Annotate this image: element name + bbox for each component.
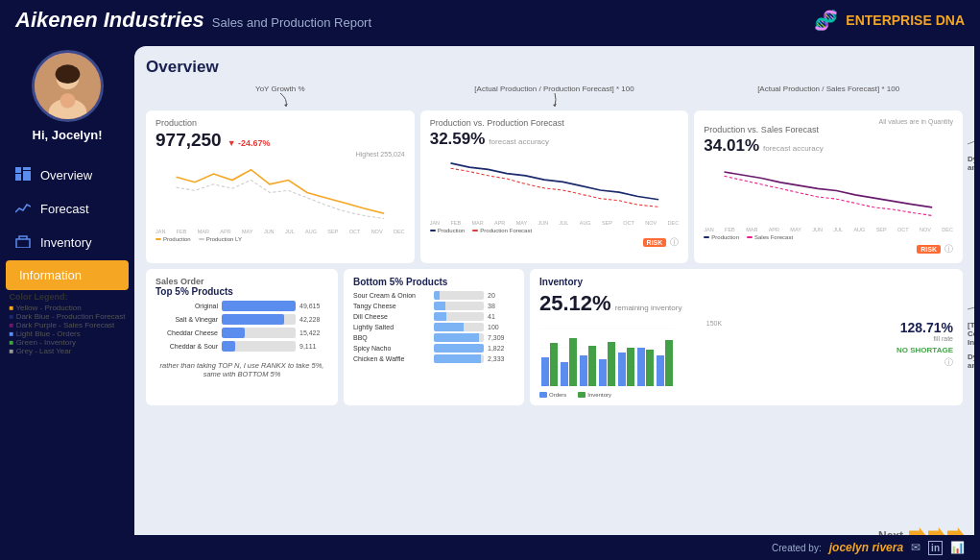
bar-original: Original 49,615 — [155, 301, 328, 311]
header: Aikenen Industries Sales and Production … — [0, 0, 980, 40]
svg-rect-8 — [23, 167, 31, 170]
svg-rect-19 — [561, 362, 568, 386]
legend-item-6: ■ Grey - Last Year — [10, 347, 126, 355]
kpi-sales-forecast-label: Production vs. Sales Forecast — [704, 125, 953, 134]
prod-forecast-legend: Production Production Forecast — [430, 228, 680, 233]
nav-menu: Overview Forecast Inventory Information — [0, 159, 134, 290]
svg-point-3 — [55, 64, 80, 84]
nav-item-forecast[interactable]: Forecast — [0, 193, 134, 225]
svg-rect-17 — [541, 357, 549, 386]
nav-item-information[interactable]: Information — [6, 260, 129, 290]
dynamic-text-annotation-1: Dynamic TEXTand Color — [968, 130, 974, 172]
kpi-production-highest: Highest 255,024 — [155, 151, 405, 158]
ann-yoy: YoY Growth % — [146, 85, 415, 109]
inventory-annotation: [Total Inventory - Consumed Units / Tota… — [968, 298, 974, 370]
kpi-prod-forecast-accuracy: forecast accuracy — [489, 137, 549, 146]
email-icon[interactable]: ✉ — [911, 541, 920, 554]
nav-label-information: Information — [19, 268, 82, 282]
inventory-icon — [13, 234, 33, 251]
nav-label-inventory: Inventory — [40, 235, 91, 250]
bottom5-card: Bottom 5% Products Sour Cream & Onion 20… — [344, 269, 524, 405]
chart-icon[interactable]: 📊 — [950, 541, 965, 554]
nav-label-forecast: Forecast — [40, 202, 89, 216]
legend-item-1: ■ Yellow - Production — [10, 304, 126, 312]
kpi-production-change: ▼ -24.67% — [227, 138, 271, 148]
b5-tangy: Tangy Cheese 38 — [353, 302, 514, 310]
svg-rect-26 — [627, 348, 634, 386]
risk-badge-1: RISK — [643, 238, 667, 247]
svg-rect-18 — [550, 343, 558, 386]
logo-text: ENTERPRISE DNA — [846, 12, 965, 28]
dna-icon: 🧬 — [814, 9, 838, 32]
page-title: Overview — [146, 58, 963, 77]
inventory-title: Inventory — [539, 277, 953, 287]
brand-name: Aikenen Industries — [15, 8, 204, 33]
kpi-production-value: 977,250 — [155, 130, 222, 151]
svg-marker-11 — [553, 104, 557, 107]
inventory-fill-rate: 128.71% — [900, 320, 953, 335]
inventory-sub-label: remaining inventory — [615, 304, 682, 312]
no-shortage-badge: NO SHORTAGE — [896, 346, 953, 354]
greeting-text: Hi, Jocelyn! — [33, 128, 103, 142]
kpi-sales-forecast-accuracy: forecast accuracy — [763, 144, 824, 153]
svg-rect-28 — [646, 350, 654, 386]
kpi-production-label: Production — [155, 118, 405, 128]
legend-item-4: ■ Light Blue - Orders — [10, 329, 126, 338]
svg-rect-29 — [657, 355, 664, 386]
legend-item-3: ■ Dark Purple - Sales Forecast — [10, 321, 126, 329]
b5-dill: Dill Cheese 41 — [353, 312, 514, 321]
b5-spicy: Spicy Nacho 1,822 — [353, 344, 514, 353]
legend-item-2: ■ Dark Blue - Production Forecast — [10, 312, 126, 321]
forecast-icon — [13, 201, 33, 217]
overview-icon — [13, 167, 33, 183]
nav-label-overview: Overview — [40, 168, 92, 183]
bar-cheddar-sour: Cheddar & Sour 9,111 — [155, 341, 328, 352]
sidebar: Hi, Jocelyn! Overview Forecast Inventory — [0, 40, 134, 560]
report-subtitle: Sales and Production Report — [212, 15, 371, 30]
content-area: Overview YoY Growth % [Actual Production… — [134, 46, 974, 554]
creator-name: jocelyn rivera — [829, 541, 903, 554]
svg-rect-7 — [23, 171, 31, 181]
ann-prod-forecast: [Actual Production / Production Forecast… — [420, 85, 689, 109]
bar-salt-vinegar: Salt & Vinegar 42,228 — [155, 314, 328, 325]
inventory-card: Inventory 25.12% remaining inventory 150… — [530, 269, 963, 405]
b5-chicken: Chicken & Waffle 2,333 — [353, 354, 514, 363]
risk-badge-2: RISK — [917, 245, 941, 254]
svg-rect-30 — [665, 340, 673, 386]
svg-rect-21 — [580, 355, 587, 386]
kpi-production: Production 977,250 ▼ -24.67% Highest 255… — [146, 110, 415, 263]
kpi-sales-forecast-value: 34.01% — [704, 136, 759, 156]
kpi-sales-forecast: All values are in Quantity Production vs… — [694, 110, 963, 263]
svg-rect-22 — [588, 346, 596, 386]
bottom-row: Sales Order Top 5% Products Original 49,… — [146, 269, 963, 405]
svg-rect-25 — [618, 353, 626, 386]
nav-item-inventory[interactable]: Inventory — [0, 227, 134, 258]
svg-rect-5 — [15, 174, 21, 181]
enterprise-logo: 🧬 ENTERPRISE DNA — [814, 9, 965, 32]
b5-bbq: BBQ 7,309 — [353, 333, 514, 342]
production-legend: Production Production LY — [155, 236, 405, 242]
nav-item-overview[interactable]: Overview — [0, 159, 134, 191]
ann-sales-forecast: [Actual Production / Sales Forecast] * 1… — [694, 85, 963, 109]
svg-rect-27 — [637, 348, 645, 386]
svg-point-4 — [60, 92, 75, 108]
legend-item-5: ■ Green - Inventory — [10, 338, 126, 347]
inventory-value: 25.12% — [539, 291, 611, 316]
sales-order-card: Sales Order Top 5% Products Original 49,… — [146, 269, 338, 405]
sales-card-title: Top 5% Products — [155, 286, 328, 297]
footer: Created by: jocelyn rivera ✉ in 📊 — [0, 535, 980, 560]
svg-rect-20 — [569, 338, 577, 386]
b5-sour-cream: Sour Cream & Onion 20 — [353, 291, 514, 300]
linkedin-icon[interactable]: in — [928, 541, 943, 555]
svg-rect-6 — [15, 167, 21, 173]
bottom5-title: Bottom 5% Products — [353, 277, 514, 287]
kpi-row: Production 977,250 ▼ -24.67% Highest 255… — [146, 110, 963, 263]
quantity-note: All values are in Quantity — [704, 118, 953, 125]
kpi-prod-forecast-label: Production vs. Production Forecast — [430, 118, 680, 128]
kpi-prod-forecast: Production vs. Production Forecast 32.59… — [420, 110, 689, 263]
svg-rect-9 — [16, 239, 30, 248]
legend-title: Color Legend: — [10, 292, 126, 302]
bar-cheddar-cheese: Cheddar Cheese 15,422 — [155, 328, 328, 338]
avatar — [32, 50, 104, 122]
svg-rect-23 — [599, 359, 607, 386]
